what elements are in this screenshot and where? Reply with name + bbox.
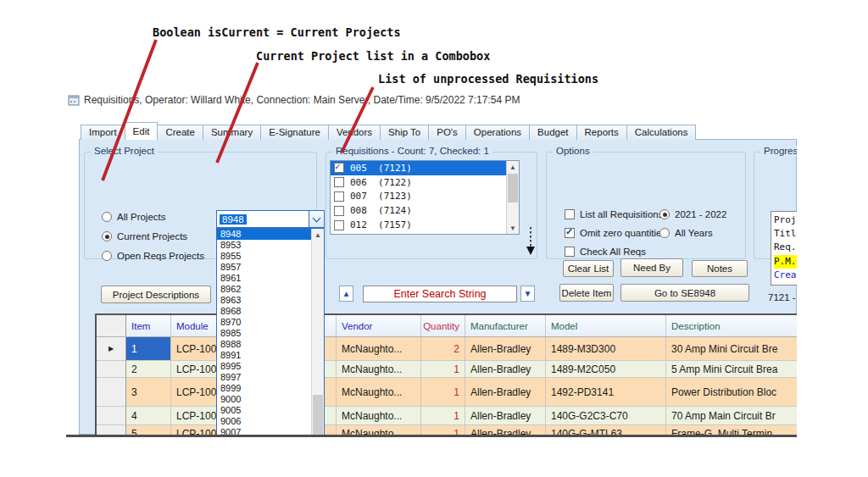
cell-quantity[interactable]: 2: [421, 337, 465, 361]
cell-quantity[interactable]: 1: [421, 425, 465, 437]
cell-vendor[interactable]: McNaughto...: [337, 378, 421, 407]
grid-row[interactable]: 4 LCP-100 McNaughto... 1 Allen-Bradley 1…: [97, 407, 797, 425]
project-dropdown-item[interactable]: 8955: [217, 251, 324, 262]
cell-manufacturer[interactable]: Allen-Bradley: [465, 407, 546, 425]
project-dropdown-item[interactable]: 8988: [217, 339, 324, 350]
cell-manufacturer[interactable]: Allen-Bradley: [465, 378, 546, 407]
cell-description[interactable]: 70 Amp Main Circuit Br: [666, 407, 797, 425]
cell-manufacturer[interactable]: Allen-Bradley: [465, 425, 546, 437]
option-checkbox-row[interactable]: List all Requisitions: [565, 209, 663, 219]
project-dropdown-item[interactable]: 9005: [217, 405, 324, 416]
cell-quantity[interactable]: 1: [421, 361, 465, 378]
search-down-button[interactable]: ▼: [520, 286, 535, 302]
scroll-down-icon[interactable]: ▼: [507, 222, 519, 234]
column-header-item[interactable]: Item: [126, 315, 171, 336]
go-to-project-button[interactable]: Go to SE8948: [620, 284, 749, 302]
search-string-box[interactable]: Enter Search String: [363, 286, 517, 302]
cell-quantity[interactable]: 1: [421, 407, 465, 425]
cell-description[interactable]: 5 Amp Mini Circuit Brea: [666, 361, 797, 378]
requisition-checkbox[interactable]: [334, 191, 344, 202]
requisition-checkbox[interactable]: [334, 220, 344, 230]
cell-model[interactable]: 140G-G-MTL63: [546, 425, 666, 437]
tab[interactable]: Ship To: [380, 125, 429, 140]
year-filter-radio[interactable]: All Years: [659, 228, 713, 238]
row-selector[interactable]: [97, 407, 126, 425]
requisition-item[interactable]: 012 (7157): [331, 218, 519, 232]
year-filter-radio[interactable]: 2021 - 2022: [659, 209, 726, 219]
row-selector[interactable]: [97, 337, 126, 361]
tab[interactable]: Reports: [576, 125, 627, 140]
tab[interactable]: Import: [81, 125, 125, 140]
tab[interactable]: Vendors: [328, 125, 381, 140]
grid-row[interactable]: 2 LCP-100 McNaughto... 1 Allen-Bradley 1…: [97, 361, 797, 378]
cell-quantity[interactable]: 1: [421, 378, 465, 407]
cell-manufacturer[interactable]: Allen-Bradley: [465, 361, 546, 378]
requisition-item[interactable]: 005 (7121): [331, 161, 519, 175]
scroll-up-icon[interactable]: ▲: [312, 229, 324, 241]
need-by-button[interactable]: Need By: [620, 258, 683, 277]
cell-item[interactable]: 1: [126, 337, 171, 361]
project-filter-radio[interactable]: All Projects: [102, 212, 166, 222]
project-dropdown-item[interactable]: 8970: [217, 317, 324, 328]
requisitions-scrollbar[interactable]: ▲ ▼: [506, 161, 519, 234]
requisition-item[interactable]: 008 (7124): [331, 203, 519, 218]
project-dropdown-item[interactable]: 8997: [217, 372, 324, 383]
project-descriptions-button[interactable]: Project Descriptions: [101, 286, 211, 303]
project-dropdown-item[interactable]: 8953: [217, 240, 324, 251]
tab[interactable]: Calculations: [626, 125, 697, 140]
project-dropdown-list[interactable]: 8948895389558957896189628963896889708985…: [216, 228, 325, 437]
requisitions-listbox[interactable]: 005 (7121)006 (7122)007 (7123)008 (7124)…: [330, 160, 520, 235]
project-dropdown-item[interactable]: 8957: [217, 262, 324, 273]
cell-vendor[interactable]: McNaughto...: [337, 337, 421, 361]
cell-item[interactable]: 2: [126, 361, 171, 378]
cell-item[interactable]: 4: [126, 407, 171, 425]
project-dropdown-item[interactable]: 8963: [217, 295, 324, 306]
scrollbar-thumb[interactable]: [508, 174, 518, 202]
project-dropdown-item[interactable]: 9007: [217, 427, 324, 437]
requisition-checkbox[interactable]: [334, 177, 344, 187]
dropdown-scrollbar[interactable]: ▲: [311, 229, 324, 437]
project-filter-radio[interactable]: Current Projects: [102, 231, 187, 241]
project-filter-radio[interactable]: Open Reqs Projects: [102, 251, 204, 261]
project-dropdown-item[interactable]: 8999: [217, 383, 324, 394]
cell-model[interactable]: 1492-PD3141: [546, 378, 666, 407]
cell-item[interactable]: 5: [126, 425, 171, 437]
project-dropdown-item[interactable]: 8995: [217, 361, 324, 372]
project-dropdown-item[interactable]: 9006: [217, 416, 324, 427]
search-up-button[interactable]: ▲: [339, 286, 353, 302]
grid-row[interactable]: 3 LCP-100 McNaughto... 1 Allen-Bradley 1…: [97, 378, 797, 407]
project-dropdown-item[interactable]: 8948: [217, 229, 324, 240]
option-checkbox-row[interactable]: Omit zero quantities: [565, 228, 666, 238]
combobox-edit-area[interactable]: 8948: [217, 211, 309, 227]
tab[interactable]: Operations: [465, 125, 530, 140]
column-header-quantity[interactable]: Quantity: [421, 315, 465, 336]
cell-model[interactable]: 1489-M2C050: [546, 361, 666, 378]
tab[interactable]: PO's: [428, 125, 466, 140]
tab[interactable]: Budget: [529, 125, 576, 140]
project-combobox[interactable]: 8948: [216, 210, 325, 228]
scroll-up-icon[interactable]: ▲: [507, 161, 519, 173]
requisition-item[interactable]: 006 (7122): [331, 175, 519, 190]
grid-row[interactable]: 5 LCP-100 McNaughto... 1 Allen-Bradley 1…: [97, 425, 797, 437]
project-dropdown-item[interactable]: 8962: [217, 284, 324, 295]
tab[interactable]: Edit: [125, 122, 159, 140]
project-dropdown-item[interactable]: 8991: [217, 350, 324, 361]
cell-item[interactable]: 3: [126, 378, 171, 407]
cell-vendor[interactable]: McNaughto...: [337, 361, 421, 378]
tab[interactable]: E-Signature: [260, 125, 329, 140]
row-selector[interactable]: [97, 378, 126, 407]
column-header-vendor[interactable]: Vendor: [337, 315, 421, 336]
scrollbar-thumb[interactable]: [313, 395, 323, 437]
cell-manufacturer[interactable]: Allen-Bradley: [465, 337, 546, 361]
combobox-dropdown-button[interactable]: [309, 211, 324, 227]
requisition-checkbox[interactable]: [334, 206, 344, 216]
cell-description[interactable]: Frame-G, Multi Termin: [666, 425, 797, 437]
requisition-checkbox[interactable]: [334, 163, 344, 173]
project-dropdown-item[interactable]: 8985: [217, 328, 324, 339]
option-checkbox-row[interactable]: Check All Reqs: [565, 247, 646, 257]
column-header-manufacturer[interactable]: Manufacturer: [465, 315, 546, 336]
grid-row[interactable]: 1 LCP-100 McNaughto... 2 Allen-Bradley 1…: [97, 337, 797, 361]
project-dropdown-item[interactable]: 8961: [217, 273, 324, 284]
row-selector[interactable]: [97, 361, 126, 378]
cell-model[interactable]: 140G-G2C3-C70: [546, 407, 666, 425]
